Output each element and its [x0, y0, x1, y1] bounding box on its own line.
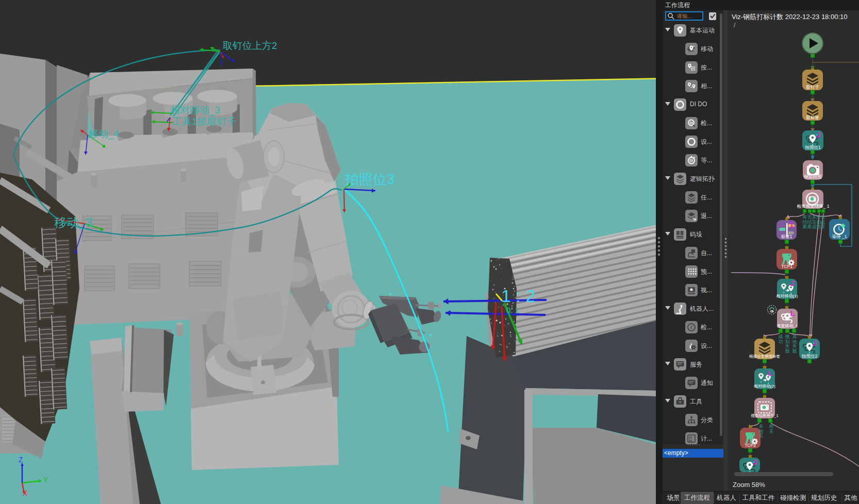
svg-text:灵: 灵 [821, 224, 825, 229]
svg-text:规: 规 [785, 334, 790, 339]
svg-text:取钉子: 取钉子 [806, 85, 819, 90]
svg-text:相: 相 [769, 424, 774, 429]
svg-text:关: 关 [759, 433, 764, 439]
svg-text:相对移动(2): 相对移动(2) [754, 384, 775, 389]
svg-text:成: 成 [779, 334, 783, 339]
svg-text:相对移动_3: 相对移动_3 [170, 105, 220, 116]
svg-text:视觉结果用于_1: 视觉结果用于_1 [751, 413, 778, 418]
svg-text:未: 未 [812, 214, 817, 220]
svg-text:有: 有 [802, 214, 807, 220]
svg-text:J: J [753, 458, 757, 466]
svg-text:0: 1: 0: 1 [506, 306, 519, 314]
svg-text:TCP2: TCP2 [745, 443, 756, 448]
svg-text:标签1: 标签1 [781, 234, 792, 239]
svg-text:1: 1 [789, 220, 794, 229]
svg-text:根据分支焊接标签: 根据分支焊接标签 [749, 354, 781, 359]
svg-text:移动_4: 移动_4 [89, 128, 120, 140]
svg-text:Z: Z [19, 456, 23, 464]
svg-text:取钉位上方2: 取钉位上方2 [223, 40, 277, 51]
svg-text:相对移动(1): 相对移动(1) [777, 294, 798, 298]
svg-text:光: 光 [821, 214, 825, 220]
svg-text:视觉移动_1: 视觉移动_1 [777, 324, 798, 328]
svg-text:X: X [23, 489, 28, 497]
svg-text:败: 败 [792, 348, 797, 354]
svg-text:拍照位3: 拍照位3 [344, 172, 394, 187]
svg-text:拍照位1: 拍照位1 [804, 145, 821, 150]
svg-text:未: 未 [759, 424, 764, 429]
svg-text:钢筋拍照: 钢筋拍照 [804, 174, 822, 179]
svg-text:其: 其 [792, 334, 797, 339]
svg-text:检查视觉结果_ 1: 检查视觉结果_ 1 [797, 204, 830, 209]
svg-text:请输...: 请输... [676, 13, 692, 19]
svg-text:DI: DI [690, 159, 693, 162]
svg-text:DI: DI [770, 310, 772, 313]
svg-text:J: J [813, 339, 817, 347]
svg-text:拍照位2: 拍照位2 [801, 354, 818, 359]
svg-text:移动_3: 移动_3 [54, 215, 93, 229]
svg-text:败: 败 [785, 348, 790, 354]
svg-text:J: J [816, 130, 820, 139]
svg-text:L: L [790, 309, 795, 317]
svg-text:功: 功 [779, 339, 783, 344]
svg-text:等待 _1: 等待 _1 [832, 234, 847, 239]
svg-text:J: J [790, 279, 794, 288]
svg-text:果: 果 [807, 224, 812, 229]
svg-text:关: 关 [769, 429, 774, 434]
svg-text:TCP1: TCP1 [781, 264, 792, 269]
svg-text:L: L [768, 368, 772, 377]
svg-text:1 : 2: 1 : 2 [501, 286, 535, 306]
svg-text:成: 成 [812, 224, 817, 229]
svg-text:Y: Y [43, 476, 48, 484]
svg-text:果: 果 [803, 224, 807, 229]
svg-text:DI: DI [689, 121, 693, 125]
svg-text:取标签: 取标签 [806, 115, 819, 120]
svg-text:工具1抓取钉子: 工具1抓取钉子 [172, 116, 237, 127]
